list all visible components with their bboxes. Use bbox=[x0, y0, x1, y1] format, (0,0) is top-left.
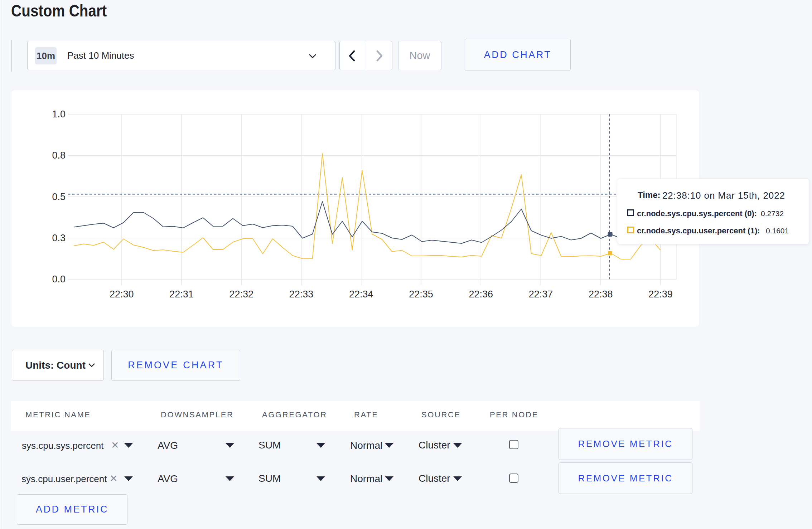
svg-text:22:33: 22:33 bbox=[289, 289, 314, 300]
svg-text:1.0: 1.0 bbox=[52, 109, 66, 120]
svg-text:22:38: 22:38 bbox=[589, 289, 613, 300]
svg-text:22:37: 22:37 bbox=[529, 289, 553, 300]
svg-text:22:30: 22:30 bbox=[110, 289, 134, 300]
svg-text:0.5: 0.5 bbox=[52, 191, 66, 202]
svg-text:22:39: 22:39 bbox=[648, 289, 673, 300]
svg-text:22:31: 22:31 bbox=[169, 289, 194, 300]
svg-text:0.3: 0.3 bbox=[52, 233, 66, 243]
svg-text:0.8: 0.8 bbox=[52, 150, 66, 161]
svg-text:22:35: 22:35 bbox=[409, 289, 433, 300]
svg-text:0.0: 0.0 bbox=[52, 274, 66, 285]
svg-text:22:34: 22:34 bbox=[349, 289, 373, 300]
svg-text:22:32: 22:32 bbox=[229, 289, 253, 300]
svg-text:22:36: 22:36 bbox=[469, 289, 493, 300]
